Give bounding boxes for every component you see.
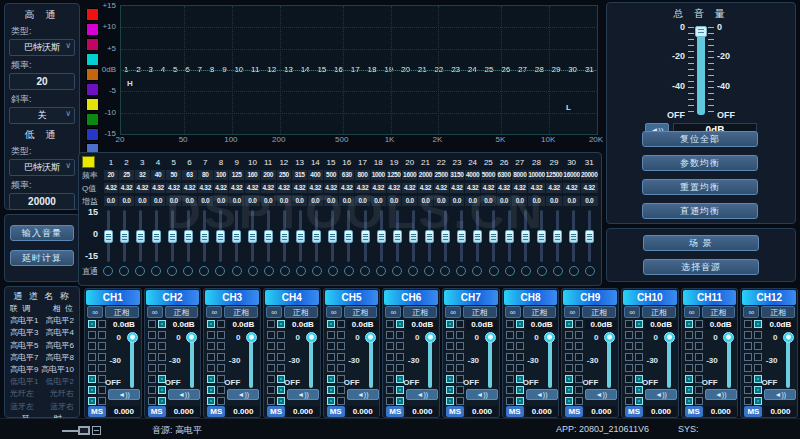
- band-q-value[interactable]: 4.32: [182, 183, 197, 193]
- band-gain-slider[interactable]: [550, 210, 566, 262]
- input-route-checkbox[interactable]: [148, 331, 156, 339]
- band-gain-value[interactable]: 0.0: [119, 196, 134, 206]
- band-gain-value[interactable]: 0.0: [324, 196, 339, 206]
- input-route-checkbox[interactable]: [88, 375, 96, 383]
- input-route-checkbox[interactable]: [386, 364, 394, 372]
- input-route-checkbox[interactable]: [148, 320, 156, 328]
- input-route-checkbox[interactable]: [625, 397, 633, 405]
- input-route-checkbox[interactable]: [386, 386, 394, 394]
- input-route-checkbox[interactable]: [158, 342, 166, 350]
- channel-mute-button[interactable]: ◄)): [466, 389, 498, 400]
- band-gain-value[interactable]: 0.0: [277, 196, 292, 206]
- input-route-checkbox[interactable]: [277, 397, 285, 405]
- input-route-checkbox[interactable]: [98, 364, 106, 372]
- input-route-checkbox[interactable]: [506, 375, 514, 383]
- input-route-checkbox[interactable]: [565, 320, 573, 328]
- band-gain-slider[interactable]: [566, 210, 582, 262]
- band-bypass-toggle[interactable]: [212, 266, 228, 276]
- input-route-checkbox[interactable]: [635, 386, 643, 394]
- band-freq-value[interactable]: 2000: [418, 170, 433, 180]
- input-route-checkbox[interactable]: [327, 364, 335, 372]
- channel-delay-value[interactable]: 0.000: [108, 406, 140, 417]
- band-freq-value[interactable]: 1000: [371, 170, 386, 180]
- input-route-checkbox[interactable]: [446, 331, 454, 339]
- band-number[interactable]: 23: [449, 158, 465, 167]
- band-q-value[interactable]: 4.32: [418, 183, 433, 193]
- band-number[interactable]: 24: [465, 158, 481, 167]
- channel-fader-handle[interactable]: [425, 332, 436, 343]
- band-q-value[interactable]: 4.32: [546, 183, 563, 193]
- band-q-value[interactable]: 4.32: [104, 183, 119, 193]
- channel-mute-button[interactable]: ◄)): [645, 389, 677, 400]
- input-route-checkbox[interactable]: [685, 320, 693, 328]
- input-route-checkbox[interactable]: [277, 320, 285, 328]
- slider-handle[interactable]: [264, 230, 273, 243]
- band-bypass-toggle[interactable]: [453, 266, 469, 276]
- band-bypass-toggle[interactable]: [148, 266, 164, 276]
- ms-button[interactable]: MS: [386, 406, 404, 417]
- band-number[interactable]: 1: [103, 158, 119, 167]
- slider-handle[interactable]: [393, 230, 402, 243]
- channel-header-button[interactable]: CH8: [504, 290, 558, 305]
- phase-button[interactable]: 正相: [463, 306, 497, 318]
- band-gain-value[interactable]: 0.0: [581, 196, 598, 206]
- band-q-value[interactable]: 4.32: [563, 183, 580, 193]
- channel-header-button[interactable]: CH5: [325, 290, 379, 305]
- input-route-checkbox[interactable]: [327, 331, 335, 339]
- input-route-checkbox[interactable]: [88, 364, 96, 372]
- input-route-checkbox[interactable]: [685, 364, 693, 372]
- input-route-checkbox[interactable]: [625, 342, 633, 350]
- input-route-checkbox[interactable]: [446, 320, 454, 328]
- band-q-value[interactable]: 4.32: [292, 183, 307, 193]
- band-bypass-toggle[interactable]: [582, 266, 598, 276]
- channel-fader-track[interactable]: [548, 337, 552, 388]
- phase-button[interactable]: 正相: [344, 306, 378, 318]
- band-bypass-toggle[interactable]: [566, 266, 582, 276]
- band-q-value[interactable]: 4.32: [151, 183, 166, 193]
- input-route-checkbox[interactable]: [386, 375, 394, 383]
- input-route-checkbox[interactable]: [625, 331, 633, 339]
- input-route-checkbox[interactable]: [148, 364, 156, 372]
- phase-button[interactable]: 正相: [403, 306, 437, 318]
- phase-button[interactable]: 正相: [105, 306, 139, 318]
- band-gain-value[interactable]: 0.0: [292, 196, 307, 206]
- input-route-checkbox[interactable]: [575, 364, 583, 372]
- bypass-eq-button[interactable]: 直通均衡: [642, 203, 758, 219]
- band-bypass-toggle[interactable]: [180, 266, 196, 276]
- input-route-checkbox[interactable]: [327, 353, 335, 361]
- channel-header-button[interactable]: CH4: [265, 290, 319, 305]
- band-q-value[interactable]: 4.32: [512, 183, 527, 193]
- band-bypass-toggle[interactable]: [277, 266, 293, 276]
- link-button[interactable]: ∞: [147, 306, 163, 318]
- input-route-checkbox[interactable]: [516, 342, 524, 350]
- input-route-checkbox[interactable]: [575, 342, 583, 350]
- band-number[interactable]: 17: [355, 158, 371, 167]
- input-route-checkbox[interactable]: [396, 320, 404, 328]
- band-gain-value[interactable]: 0.0: [402, 196, 417, 206]
- band-freq-value[interactable]: 12500: [546, 170, 563, 180]
- input-route-checkbox[interactable]: [744, 331, 752, 339]
- band-gain-slider[interactable]: [261, 210, 277, 262]
- band-freq-value[interactable]: 250: [277, 170, 292, 180]
- band-q-value[interactable]: 4.32: [135, 183, 150, 193]
- input-route-checkbox[interactable]: [158, 397, 166, 405]
- link-button[interactable]: ∞: [87, 306, 103, 318]
- slider-handle[interactable]: [441, 230, 450, 243]
- band-gain-slider[interactable]: [100, 210, 116, 262]
- band-gain-value[interactable]: 0.0: [371, 196, 386, 206]
- channel-delay-value[interactable]: 0.000: [287, 406, 319, 417]
- input-route-checkbox[interactable]: [207, 375, 215, 383]
- slider-handle[interactable]: [328, 230, 337, 243]
- band-gain-slider[interactable]: [245, 210, 261, 262]
- input-route-checkbox[interactable]: [635, 320, 643, 328]
- master-slider-track[interactable]: [697, 27, 705, 115]
- band-gain-slider[interactable]: [486, 210, 502, 262]
- link-button[interactable]: ∞: [206, 306, 222, 318]
- input-route-checkbox[interactable]: [565, 364, 573, 372]
- band-q-value[interactable]: 4.32: [465, 183, 480, 193]
- band-gain-slider[interactable]: [373, 210, 389, 262]
- band-bypass-toggle[interactable]: [389, 266, 405, 276]
- slider-handle[interactable]: [280, 230, 289, 243]
- link-button[interactable]: ∞: [326, 306, 342, 318]
- band-q-value[interactable]: 4.32: [261, 183, 276, 193]
